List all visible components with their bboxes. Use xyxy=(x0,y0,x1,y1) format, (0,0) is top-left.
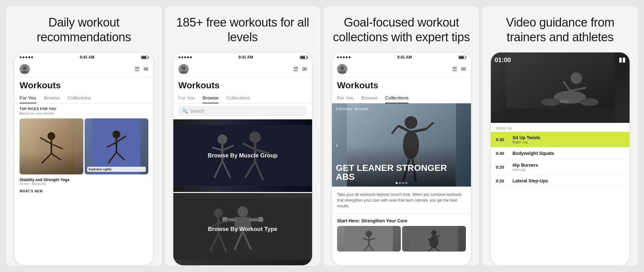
search-placeholder: Search xyxy=(190,108,204,114)
section-sub-1: Based on your activity xyxy=(20,111,148,115)
svg-line-6 xyxy=(51,144,62,149)
collection-image: ‹ 8 Workouts · All Levels GET LEANER STR… xyxy=(332,103,471,187)
tabs-1: For You Browse Collections xyxy=(14,92,153,103)
svg-point-10 xyxy=(112,131,120,138)
svg-rect-34 xyxy=(249,218,259,221)
runner-badge: Explosive Agility xyxy=(87,167,146,172)
svg-point-31 xyxy=(237,206,248,217)
collection-badge: 8 Workouts · All Levels xyxy=(336,107,368,111)
signal-dots-1 xyxy=(20,56,33,58)
svg-point-65 xyxy=(431,230,437,236)
browse-type-label: Browse By Workout Type xyxy=(208,226,277,232)
inbox-icon-2[interactable]: ✉ xyxy=(302,66,307,73)
runner-image: Explosive Agility xyxy=(85,118,148,174)
list-icon-2[interactable]: ☰ xyxy=(293,66,298,73)
workout-info-1: Stability and Strength Yoga 34 min · Adv… xyxy=(20,178,148,186)
avatar-2 xyxy=(178,64,189,74)
svg-point-73 xyxy=(570,72,582,84)
warm-up-label: Warm Up xyxy=(491,123,630,132)
inbox-icon-1[interactable]: ✉ xyxy=(144,66,148,73)
svg-point-24 xyxy=(217,134,227,144)
exercise-item-2[interactable]: 0:20 Hip Burners Left Leg xyxy=(491,159,630,175)
tab-for-you-1[interactable]: For You xyxy=(20,92,36,103)
search-icon: 🔍 xyxy=(182,108,188,114)
svg-point-0 xyxy=(23,66,27,70)
dot-indicators xyxy=(396,182,407,184)
svg-rect-1 xyxy=(27,118,75,174)
workouts-title-1: Workouts xyxy=(14,77,153,92)
battery-2 xyxy=(300,56,307,59)
header-icons-3: ☰ ✉ xyxy=(452,66,466,73)
phone-frame-1: 9:41 AM ☰ ✉ Workouts For xyxy=(14,52,154,266)
yoga-image xyxy=(20,118,83,174)
tab-collections-2[interactable]: Collections xyxy=(226,92,250,103)
battery-3 xyxy=(458,56,466,59)
status-time-3: 9:41 AM xyxy=(397,55,412,60)
status-bar-2: 9:41 AM xyxy=(173,52,312,62)
coll-thumb-2 xyxy=(402,226,466,252)
exercise-time-1: 0:40 xyxy=(496,151,508,156)
svg-point-18 xyxy=(249,132,261,143)
exercise-item-3[interactable]: 0:20 Lateral Step-Ups xyxy=(491,175,630,187)
pause-icon[interactable]: ▮▮ xyxy=(619,56,626,63)
tab-browse-3[interactable]: Browse xyxy=(361,92,377,103)
svg-rect-79 xyxy=(560,100,568,103)
phone-frame-4: 01:00 ▮▮ Warm Up 0:30 Sit Up Twists Righ… xyxy=(491,52,630,266)
svg-point-78 xyxy=(579,98,599,106)
tab-collections-1[interactable]: Collections xyxy=(68,92,91,103)
avatar-1 xyxy=(20,64,30,74)
svg-rect-36 xyxy=(258,217,263,222)
tab-browse-1[interactable]: Browse xyxy=(44,92,60,103)
inbox-icon-3[interactable]: ✉ xyxy=(461,66,466,73)
svg-rect-80 xyxy=(506,108,615,123)
exercise-sub-2: Left Leg xyxy=(513,168,538,172)
workouts-title-3: Workouts xyxy=(332,77,471,92)
phone-header-2: ☰ ✉ xyxy=(173,62,312,77)
browse-images: Browse By Muscle Group xyxy=(173,119,312,265)
list-icon-1[interactable]: ☰ xyxy=(135,66,140,73)
workout-list: Warm Up 0:30 Sit Up Twists Right Leg 0:4… xyxy=(491,123,630,265)
status-bar-3: 9:41 AM xyxy=(332,52,471,62)
tab-for-you-3[interactable]: For You xyxy=(337,92,354,103)
search-bar[interactable]: 🔍 Search xyxy=(178,106,307,116)
avatar-3 xyxy=(337,64,347,74)
coll-thumb-1 xyxy=(337,226,401,252)
phone-header-1: ☰ ✉ xyxy=(14,62,153,77)
tab-collections-3[interactable]: Collections xyxy=(385,92,409,103)
signal-dots-2 xyxy=(178,56,192,58)
browse-workout-type[interactable]: Browse By Workout Type xyxy=(173,193,312,265)
exercise-name-2: Hip Burners xyxy=(513,163,538,168)
card-1-title: Daily workout recommendations xyxy=(14,15,154,44)
card-4-title: Video guidance from trainers and athlete… xyxy=(491,15,630,44)
exercise-info-2: Hip Burners Left Leg xyxy=(513,163,538,172)
svg-point-3 xyxy=(47,132,55,140)
exercise-name-0: Sit Up Twists xyxy=(513,135,541,140)
section-label-1: TOP PICKS FOR YOU xyxy=(20,107,148,111)
card-3: Goal-focused workout collections with ex… xyxy=(324,6,479,266)
nav-prev-icon[interactable]: ‹ xyxy=(336,141,338,149)
workouts-title-2: Workouts xyxy=(173,77,312,92)
list-icon-3[interactable]: ☰ xyxy=(452,66,457,73)
svg-line-7 xyxy=(42,154,51,163)
svg-point-16 xyxy=(182,66,186,70)
tab-browse-2[interactable]: Browse xyxy=(202,92,219,103)
tab-for-you-2[interactable]: For You xyxy=(178,92,195,103)
collection-start: Start Here: Strengthen Your Core xyxy=(332,214,471,226)
status-bar-1: 9:41 AM xyxy=(14,52,153,62)
collection-title-overlay: GET LEANER STRONGER ABS xyxy=(336,164,467,181)
svg-line-5 xyxy=(40,138,51,144)
svg-point-39 xyxy=(214,208,223,217)
browse-muscle-group[interactable]: Browse By Muscle Group xyxy=(173,119,312,192)
exercise-name-3: Lateral Step-Ups xyxy=(513,178,548,183)
phone-frame-3: 9:41 AM ☰ ✉ Workouts For xyxy=(332,52,471,266)
exercise-item-1[interactable]: 0:40 Bodyweight Squats xyxy=(491,148,630,159)
svg-point-77 xyxy=(541,98,560,106)
svg-line-8 xyxy=(51,154,61,160)
exercise-item-0[interactable]: 0:30 Sit Up Twists Right Leg xyxy=(491,132,630,148)
svg-point-58 xyxy=(366,231,372,237)
exercise-info-0: Sit Up Twists Right Leg xyxy=(513,135,541,144)
collection-desc: Take your ab workouts beyond crunch time… xyxy=(332,187,471,214)
tabs-3: For You Browse Collections xyxy=(332,92,471,103)
collection-thumbs xyxy=(332,226,471,252)
phone-header-3: ☰ ✉ xyxy=(332,62,471,77)
